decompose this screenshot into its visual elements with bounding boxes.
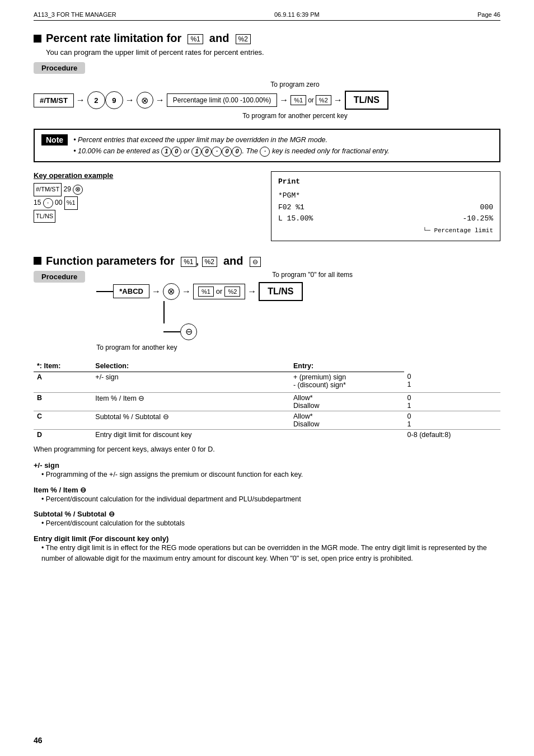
black-square-icon-2 (34, 257, 41, 265)
item-a-name: +/- sign (92, 372, 290, 392)
key-op-line-2: 15 · 00 %1 (34, 196, 249, 210)
flow2-left: *ABCD → ⊗ → %1 or %2 → TL/NS (96, 282, 302, 340)
item-d-letter: D (34, 429, 92, 440)
arrow2-2: → (180, 287, 193, 297)
minus-circle-key: ⊖ (250, 257, 261, 267)
pct2-key: %2 (236, 34, 251, 44)
desc-plus-minus: +/- sign • Programming of the +/- sign a… (34, 461, 500, 480)
flow-step-x1: ⊗ (137, 92, 153, 109)
flow-step-hmtst: #/TM/ST (34, 93, 74, 107)
flow2-pct2: %2 (224, 287, 240, 297)
arrow-3: → (153, 95, 167, 105)
flow2-x: ⊗ (163, 283, 180, 300)
black-square-icon (34, 35, 41, 43)
key-op-title: Key operation example (34, 171, 249, 180)
print-line-1: *PGM* (278, 190, 493, 202)
col-item: *: Item: (34, 360, 92, 372)
key-op-line-1: #/TM/ST 29 ⊗ (34, 183, 249, 196)
arrow-5: → (331, 95, 345, 105)
section1: Percent rate limitation for %1 and %2 Yo… (34, 32, 500, 241)
op-print-area: Key operation example #/TM/ST 29 ⊗ 15 · … (34, 171, 500, 241)
arrow2-1: → (149, 287, 163, 297)
table-note: When programming for percent keys, alway… (34, 445, 500, 453)
h-branch (163, 331, 180, 332)
print-l3-right: -10.25% (462, 213, 493, 225)
key-operation-section: Key operation example #/TM/ST 29 ⊗ 15 · … (34, 171, 249, 241)
print-line-2: F02 %1 000 (278, 202, 493, 214)
param-table: *: Item: Selection: Entry: A +/- sign + … (34, 360, 500, 440)
desc-item-pct: Item % / Item ⊖ • Percent/discount calcu… (34, 486, 500, 505)
item-b-entry: 01 (404, 392, 500, 411)
pct2-key-2: %2 (202, 257, 217, 267)
item-b-name: Item % / Item ⊖ (92, 392, 290, 411)
flow2-tlns: TL/NS (259, 282, 302, 301)
flow-label-bottom-1: To program for another percent key (90, 112, 500, 120)
section1-subtitle: You can program the upper limit of perce… (46, 48, 500, 57)
flow2-v-branch (163, 301, 165, 323)
key-op-line-3: TL/NS (34, 210, 249, 223)
print-section: Print *PGM* F02 %1 000 L 15.00% -10.25% … (271, 171, 500, 241)
item-c-letter: C (34, 411, 92, 429)
col-selection: Selection: (92, 360, 290, 372)
flow2-main: *ABCD → ⊗ → %1 or %2 → TL/NS (96, 282, 302, 301)
procedure-badge-2: Procedure (34, 271, 85, 283)
item-a-entry: 01 (404, 372, 500, 392)
table-row: A +/- sign + (premium) sign- (discount) … (34, 372, 500, 392)
note-line-2: • 10.00% can be entered as 10 or 10·00. … (73, 145, 389, 157)
note-content-1: • Percent entries that exceed the upper … (73, 134, 389, 157)
item-b-letter: B (34, 392, 92, 411)
desc-ip-title: Item % / Item ⊖ (34, 486, 500, 494)
section1-title: Percent rate limitation for %1 and %2 (34, 32, 500, 45)
arrow-4: → (277, 95, 291, 105)
flow-bottom-label-2: To program for another key (96, 344, 500, 351)
flow2-branch-row (163, 301, 302, 323)
pct-limit-label: └─ Percentage limit (278, 226, 493, 236)
flow2-minus-circle: ⊖ (180, 323, 197, 340)
flow2-container: *ABCD → ⊗ → %1 or %2 → TL/NS (96, 282, 500, 340)
arrow2-3: → (245, 287, 259, 297)
desc-st-title: Subtotal % / Subtotal ⊖ (34, 510, 500, 518)
desc-st-text: • Percent/discount calculation for the s… (41, 518, 500, 529)
table-header-row: *: Item: Selection: Entry: (34, 360, 500, 372)
item-c-name: Subtotal % / Subtotal ⊖ (92, 411, 290, 429)
connector-h1 (96, 291, 113, 292)
arrow-2: → (123, 95, 137, 105)
flow-step-tlns-1: TL/NS (345, 91, 388, 110)
flow-step-9: 9 (105, 91, 123, 109)
desc-entry-digit: Entry digit limit (For discount key only… (34, 534, 500, 564)
flow-step-pct1: %1 (291, 95, 306, 105)
pct1-key-2: %1 (181, 257, 196, 267)
note-label-1: Note (41, 134, 68, 145)
flow2-pct-group: %1 or %2 (193, 284, 245, 299)
flow-step-pct2: %2 (316, 95, 331, 105)
flow-label-top-1: To program zero (90, 81, 500, 88)
header-bar: A113_3 FOR THE MANAGER 06.9.11 6:39 PM P… (34, 11, 500, 21)
header-right: Page 46 (477, 11, 500, 18)
key-op-lines: #/TM/ST 29 ⊗ 15 · 00 %1 TL/NS (34, 183, 249, 223)
print-l2-right: 000 (480, 202, 493, 214)
procedure-row-2: Procedure To program "0" for all items *… (34, 271, 500, 351)
item-a-letter: A (34, 372, 92, 392)
desc-ed-text: • The entry digit limit is in effect for… (41, 543, 500, 564)
flow-step-pct-limit: Percentage limit (0.00 -100.00%) (167, 93, 277, 107)
print-l3-left: L 15.00% (278, 213, 313, 225)
flow-row-1: #/TM/ST → 2 9 → ⊗ → Percentage limit (0.… (34, 91, 500, 110)
print-title: Print (278, 176, 493, 188)
flow-diagram-1: To program zero #/TM/ST → 2 9 → ⊗ → Perc… (34, 81, 500, 120)
desc-subtotal: Subtotal % / Subtotal ⊖ • Percent/discou… (34, 510, 500, 529)
section1-title-text: Percent rate limitation for %1 and %2 (46, 32, 251, 45)
item-c-sel: Allow*Disallow (290, 411, 404, 429)
pct1-key: %1 (188, 34, 203, 44)
section2: Function parameters for %1, %2 and ⊖ Pro… (34, 255, 500, 564)
flow-diagram-2: To program "0" for all items *ABCD → ⊗ → (96, 271, 500, 351)
item-c-entry: 01 (404, 411, 500, 429)
v-line-down (163, 301, 165, 312)
desc-ip-text: • Percent/discount calculation for the i… (41, 494, 500, 505)
desc-ed-title: Entry digit limit (For discount key only… (34, 534, 500, 543)
header-center: 06.9.11 6:39 PM (274, 11, 320, 18)
col-entry: Entry: (290, 360, 404, 372)
header-left: A113_3 FOR THE MANAGER (34, 11, 116, 18)
flow2-branch-inner (163, 312, 165, 323)
procedure-badge-1: Procedure (34, 62, 85, 74)
print-l1-left: *PGM* (278, 190, 300, 202)
